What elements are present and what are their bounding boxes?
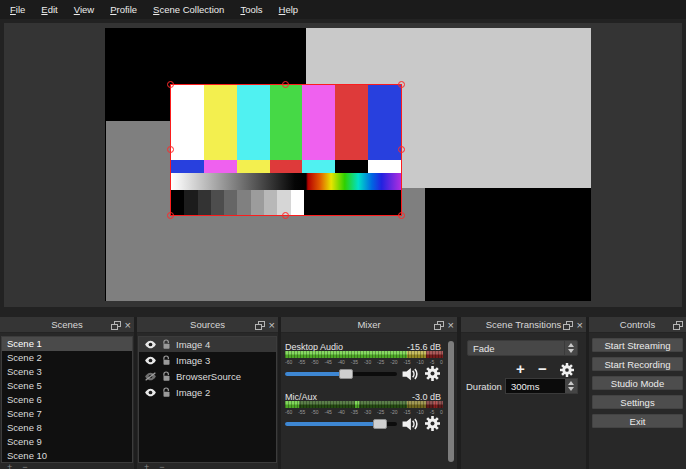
volume-slider[interactable] xyxy=(285,369,397,379)
float-dock-icon[interactable] xyxy=(255,321,265,330)
lock-icon[interactable] xyxy=(162,371,171,382)
gear-icon[interactable] xyxy=(425,366,440,381)
controls-dock-titlebar[interactable]: Controls xyxy=(589,317,686,333)
scene-list-item[interactable]: Scene 8 xyxy=(2,421,132,435)
duration-label: Duration xyxy=(466,381,502,392)
menu-scene-collection[interactable]: Scene Collection xyxy=(145,1,232,18)
chevron-up-icon xyxy=(568,381,574,385)
scene-list-item[interactable]: Scene 1 xyxy=(2,337,132,351)
sources-dock-titlebar[interactable]: Sources × xyxy=(137,317,278,333)
selection-handle[interactable] xyxy=(398,146,405,153)
source-list-item[interactable]: Image 4 xyxy=(139,337,276,352)
volume-meter xyxy=(285,351,443,358)
scenes-list: Scene 1 Scene 2 Scene 3 Scene 5 Scene 6 … xyxy=(1,336,133,463)
float-dock-icon[interactable] xyxy=(434,321,444,330)
meter-scale: -60-55-50-45-40-35-30-25-20-15-10-50 xyxy=(285,409,443,415)
volume-slider[interactable] xyxy=(285,419,397,429)
add-scene-icon[interactable]: + xyxy=(7,463,12,469)
menu-bar: File Edit View Profile Scene Collection … xyxy=(0,0,686,19)
volume-meter xyxy=(285,401,443,408)
menu-help[interactable]: Help xyxy=(271,1,307,18)
selection-handle[interactable] xyxy=(167,212,174,219)
menu-file[interactable]: File xyxy=(2,1,33,18)
menu-tools[interactable]: Tools xyxy=(232,1,270,18)
start-recording-button[interactable]: Start Recording xyxy=(592,357,683,371)
start-streaming-button[interactable]: Start Streaming xyxy=(592,338,683,352)
remove-scene-icon[interactable]: − xyxy=(22,463,27,469)
close-dock-icon[interactable]: × xyxy=(125,320,131,330)
mixer-scrollbar[interactable] xyxy=(448,341,454,462)
scene-list-item[interactable]: Scene 9 xyxy=(2,435,132,449)
scenes-dock-titlebar[interactable]: Scenes × xyxy=(0,317,134,333)
source-name: Image 4 xyxy=(176,339,210,350)
preview-backdrop xyxy=(4,23,682,307)
scene-list-item[interactable]: Scene 3 xyxy=(2,365,132,379)
lock-icon[interactable] xyxy=(162,339,171,350)
scene-list-item[interactable]: Scene 6 xyxy=(2,393,132,407)
selection-handle[interactable] xyxy=(398,212,405,219)
selection-handle[interactable] xyxy=(167,81,174,88)
close-dock-icon[interactable]: × xyxy=(577,320,583,330)
menu-edit[interactable]: Edit xyxy=(33,1,65,18)
controls-dock-title: Controls xyxy=(620,319,655,330)
transition-properties-gear-icon[interactable] xyxy=(560,363,574,377)
chevron-down-icon xyxy=(568,387,574,391)
source-name: BrowserSource xyxy=(176,371,241,382)
sources-toolbar: + − xyxy=(138,463,277,469)
source-colorbars-selected[interactable] xyxy=(170,84,402,216)
close-dock-icon[interactable]: × xyxy=(269,320,275,330)
selection-handle[interactable] xyxy=(282,81,289,88)
add-source-icon[interactable]: + xyxy=(144,463,149,469)
duration-spinner[interactable] xyxy=(565,379,577,393)
source-list-item[interactable]: BrowserSource xyxy=(139,369,276,384)
exit-button[interactable]: Exit xyxy=(592,414,683,428)
speaker-mute-icon[interactable] xyxy=(401,367,419,381)
visibility-eye-icon[interactable] xyxy=(144,340,157,349)
speaker-mute-icon[interactable] xyxy=(401,417,419,431)
float-dock-icon[interactable] xyxy=(111,321,121,330)
gear-icon[interactable] xyxy=(425,416,440,431)
scene-list-item[interactable]: Scene 2 xyxy=(2,351,132,365)
colorbars-gradient-row xyxy=(171,173,401,190)
duration-spinbox[interactable]: 300ms xyxy=(505,378,578,394)
source-list-item[interactable]: Image 3 xyxy=(139,353,276,368)
scenes-dock-title: Scenes xyxy=(51,319,83,330)
float-dock-icon[interactable] xyxy=(563,321,573,330)
scenes-dock: Scenes × Scene 1 Scene 2 Scene 3 Scene 5… xyxy=(0,317,134,469)
mixer-dock-titlebar[interactable]: Mixer × xyxy=(281,317,457,333)
obs-main-window: File Edit View Profile Scene Collection … xyxy=(0,0,686,469)
scene-list-item[interactable]: Scene 5 xyxy=(2,379,132,393)
settings-button[interactable]: Settings xyxy=(592,395,683,409)
float-dock-icon[interactable] xyxy=(673,321,683,330)
mixer-dock: Mixer × Desktop Audio -15.6 dB -60-55-50… xyxy=(281,317,457,469)
transitions-dock-titlebar[interactable]: Scene Transitions × xyxy=(461,317,586,333)
program-canvas[interactable] xyxy=(105,28,591,301)
transition-select[interactable]: Fade xyxy=(467,340,578,356)
selection-handle[interactable] xyxy=(167,146,174,153)
menu-profile[interactable]: Profile xyxy=(102,1,145,18)
source-list-item[interactable]: Image 2 xyxy=(139,385,276,400)
close-dock-icon[interactable]: × xyxy=(448,320,454,330)
duration-value: 300ms xyxy=(511,381,540,392)
studio-mode-button[interactable]: Studio Mode xyxy=(592,376,683,390)
add-transition-button[interactable]: + xyxy=(516,362,525,376)
lock-icon[interactable] xyxy=(162,387,171,398)
mixer-dock-title: Mixer xyxy=(357,319,380,330)
visibility-eye-slash-icon[interactable] xyxy=(144,372,157,381)
visibility-eye-icon[interactable] xyxy=(144,356,157,365)
sources-dock: Sources × Image 4 Image 3 BrowserSource xyxy=(137,317,278,469)
selection-handle[interactable] xyxy=(398,81,405,88)
visibility-eye-icon[interactable] xyxy=(144,388,157,397)
scene-list-item[interactable]: Scene 7 xyxy=(2,407,132,421)
scene-list-item[interactable]: Scene 10 xyxy=(2,449,132,463)
meter-scale: -60-55-50-45-40-35-30-25-20-15-10-50 xyxy=(285,359,443,365)
combo-spinner[interactable] xyxy=(564,341,577,355)
scene-transitions-dock: Scene Transitions × Fade + − Duration 30… xyxy=(461,317,586,469)
selection-handle[interactable] xyxy=(282,212,289,219)
preview-area xyxy=(0,19,686,317)
remove-transition-button[interactable]: − xyxy=(538,362,547,376)
remove-source-icon[interactable]: − xyxy=(159,463,164,469)
transition-selected-value: Fade xyxy=(473,343,495,354)
lock-icon[interactable] xyxy=(162,355,171,366)
menu-view[interactable]: View xyxy=(66,1,102,18)
